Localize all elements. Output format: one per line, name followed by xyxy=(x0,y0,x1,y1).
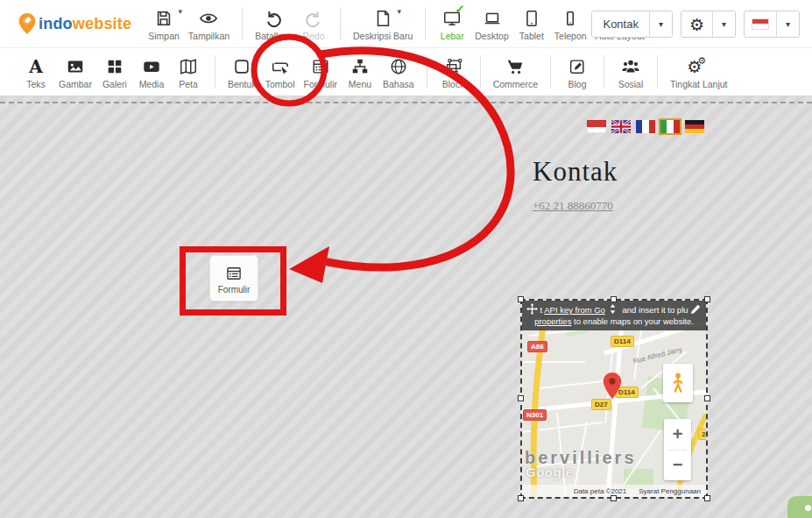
language-flags-row xyxy=(587,120,704,133)
toolbar-separator xyxy=(340,7,341,40)
tingkat-lanjut-button[interactable]: ⚙⚙ Tingkat Lanjut xyxy=(666,53,732,91)
pegman-control[interactable] xyxy=(663,364,693,402)
text-icon: A xyxy=(25,56,46,77)
api-key-warning: t API key from Go and insert it to plu p… xyxy=(522,301,706,330)
move-icon[interactable] xyxy=(526,303,538,315)
toolbar-item-label: Gambar xyxy=(59,79,92,89)
tombol-button[interactable]: Tombol xyxy=(261,53,300,91)
map-widget[interactable]: A86D114D114D27N30127 Rue Alfred Jarry + … xyxy=(520,299,708,499)
blog-button[interactable]: Blog xyxy=(559,53,596,91)
simpan-button[interactable]: Simpan xyxy=(144,4,184,43)
batalkan-button[interactable]: Batalkan xyxy=(251,4,295,43)
page-selector-caret[interactable] xyxy=(649,11,672,37)
menu-button[interactable]: Menu xyxy=(342,53,378,91)
media-button[interactable]: Media xyxy=(133,53,170,91)
widget-toolbar-items: A Teks Gambar Galeri Media xyxy=(18,53,732,91)
edit-icon[interactable] xyxy=(690,303,702,315)
blog-icon xyxy=(567,56,588,77)
galeri-button[interactable]: Galeri xyxy=(96,53,133,91)
chat-button[interactable] xyxy=(787,496,812,518)
block-button[interactable]: Block xyxy=(435,53,472,91)
desktop-button[interactable]: Desktop xyxy=(470,4,513,43)
toolbar-separator xyxy=(215,55,215,89)
new-page-icon xyxy=(372,8,393,29)
logo-text-indo: indo xyxy=(39,15,73,33)
toolbar-item-label: Menu xyxy=(349,79,371,89)
bahasa-button[interactable]: Bahasa xyxy=(378,53,419,91)
bentuk-button[interactable]: Bentuk xyxy=(223,53,261,91)
resize-handle-w[interactable] xyxy=(518,395,524,401)
teks-button[interactable]: A Teks xyxy=(18,53,54,91)
sort-icon[interactable] xyxy=(607,303,618,315)
indonesia-flag[interactable] xyxy=(587,120,606,133)
tablet-button[interactable]: Tablet xyxy=(513,4,550,43)
formulir-widget-label: Formulir xyxy=(218,285,251,294)
road-badge: D27 xyxy=(591,399,611,410)
zoom-out-button[interactable]: − xyxy=(664,451,691,481)
sosial-button[interactable]: Sosial xyxy=(612,53,649,91)
toolbar-item-label: Redo xyxy=(302,31,324,41)
phone-icon xyxy=(560,8,581,29)
indowebsite-logo[interactable]: indowebsite xyxy=(18,12,131,35)
resize-handle-n[interactable] xyxy=(611,296,617,302)
sitemap-icon xyxy=(350,56,371,77)
road-badge: N301 xyxy=(523,409,547,421)
deskripsi-baru-button[interactable]: Deskripsi Baru xyxy=(349,4,417,43)
commerce-button[interactable]: Commerce xyxy=(489,53,542,91)
toolbar-item-label: Simpan xyxy=(148,31,180,41)
page-title: Kontak xyxy=(533,156,618,188)
peta-button[interactable]: Peta xyxy=(170,53,207,91)
france-flag[interactable] xyxy=(636,120,655,133)
topbar-items: Simpan Tampilkan Batalkan Redo Deskr xyxy=(144,4,648,43)
toolbar-item-label: Peta xyxy=(179,79,198,89)
language-flag-button[interactable] xyxy=(745,11,776,37)
toolbar-item-label: Lebar xyxy=(441,31,464,41)
toolbar-item-label: Bahasa xyxy=(383,79,414,89)
resize-handle-sw[interactable] xyxy=(518,495,524,501)
flag-uk xyxy=(611,120,631,133)
topbar-right-controls: Kontak ⚙ xyxy=(591,11,800,38)
formulir-widget-card[interactable]: Formulir xyxy=(209,255,258,302)
map-marker-pin[interactable] xyxy=(603,373,622,399)
api-key-link[interactable]: API key from Go xyxy=(544,305,605,315)
germany-flag[interactable] xyxy=(685,120,704,133)
redo-button[interactable]: Redo xyxy=(295,4,332,43)
toolbar-item-label: Tampilkan xyxy=(188,31,229,41)
tampilkan-button[interactable]: Tampilkan xyxy=(184,4,234,43)
italy-flag[interactable] xyxy=(660,120,680,133)
gear-icon: ⚙ xyxy=(689,15,704,34)
logo-text-website: website xyxy=(73,15,131,33)
formulir-button[interactable]: Formulir xyxy=(300,53,342,91)
image-icon xyxy=(65,56,86,77)
phone-link[interactable]: +62 21 88860770 xyxy=(533,199,613,213)
contact-info: +62 21 88860770 xyxy=(533,199,613,213)
map-icon xyxy=(178,56,199,77)
resize-handle-s[interactable] xyxy=(611,495,617,501)
zoom-in-button[interactable]: + xyxy=(664,419,691,450)
google-watermark: Google xyxy=(526,465,574,479)
eye-icon xyxy=(198,8,219,29)
toolbar-separator xyxy=(657,55,658,89)
telepon-button[interactable]: Telepon xyxy=(550,4,591,43)
settings-caret[interactable] xyxy=(712,11,735,37)
toolbar-item-label: Sosial xyxy=(618,79,644,89)
language-caret[interactable] xyxy=(776,11,799,37)
resize-handle-e[interactable] xyxy=(704,395,710,401)
toolbar-item-label: Formulir xyxy=(304,79,338,89)
gambar-button[interactable]: Gambar xyxy=(54,53,96,91)
uk-flag[interactable] xyxy=(611,120,631,133)
properties-link[interactable]: properties xyxy=(534,316,571,326)
advanced-icon: ⚙⚙ xyxy=(688,56,710,77)
resize-handle-nw[interactable] xyxy=(518,296,524,302)
resize-handle-ne[interactable] xyxy=(704,296,710,302)
gallery-icon xyxy=(104,56,125,77)
lebar-button[interactable]: Lebar xyxy=(434,4,470,43)
toolbar-separator xyxy=(604,55,604,89)
terms-link[interactable]: Syarat Penggunaan xyxy=(639,487,701,495)
page-selector-value[interactable]: Kontak xyxy=(592,11,648,37)
resize-handle-se[interactable] xyxy=(704,495,710,501)
settings-button[interactable]: ⚙ xyxy=(681,11,712,37)
redo-icon xyxy=(303,8,324,29)
toolbar-item-label: Galeri xyxy=(102,79,127,89)
flag-indonesia xyxy=(587,120,606,133)
